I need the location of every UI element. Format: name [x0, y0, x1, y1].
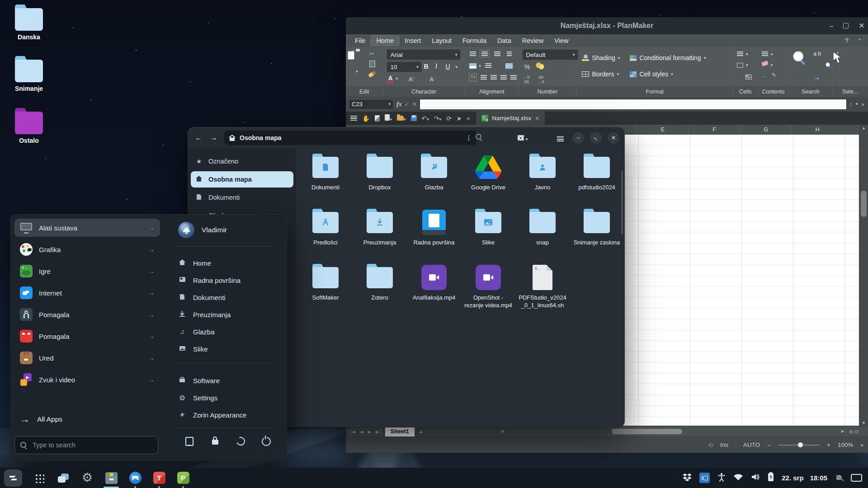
paste-button[interactable]: [352, 51, 353, 59]
textmaker-button[interactable]: T: [152, 471, 166, 485]
search-again-icon[interactable]: [826, 62, 831, 68]
number-format-select[interactable]: Default▾: [522, 49, 578, 60]
edit-content-icon[interactable]: ✎: [772, 72, 776, 78]
volume-tray-icon[interactable]: [751, 473, 760, 483]
menu-data[interactable]: Data: [492, 36, 517, 46]
file-item-softmaker[interactable]: SoftMaker: [298, 260, 353, 315]
pointer-mode-icon[interactable]: ➤: [457, 115, 462, 122]
vertical-scroll-thumb[interactable]: [861, 191, 867, 217]
sidebar-item-home[interactable]: Osobna mapa: [191, 171, 293, 188]
dropbox-tray-icon[interactable]: [683, 473, 692, 483]
sync-icon[interactable]: ⟲: [708, 441, 713, 449]
shrink-font-button[interactable]: A–: [429, 76, 436, 83]
menu-layout[interactable]: Layout: [426, 36, 457, 46]
category-games[interactable]: Igre →: [14, 262, 160, 280]
erase-icon[interactable]: [761, 61, 769, 66]
collapse-ribbon-icon[interactable]: ⌃: [858, 38, 862, 44]
path-menu-icon[interactable]: ⋮: [466, 134, 472, 141]
align-justify-icon[interactable]: [510, 75, 517, 80]
taskbar-clock[interactable]: 18:05: [810, 474, 827, 482]
category-sound-video[interactable]: Zvuk i video →: [14, 371, 160, 389]
paste-dropdown[interactable]: ▾: [356, 70, 358, 74]
app-grid-button[interactable]: [33, 471, 46, 485]
previous-sheet-icon[interactable]: ◀: [360, 429, 363, 434]
cell-size-dropdown[interactable]: ▾: [746, 74, 748, 78]
desktop-folder-ostalo[interactable]: Ostalo: [9, 107, 49, 144]
help-button[interactable]: ?: [845, 37, 849, 44]
align-center-icon[interactable]: [491, 75, 497, 80]
open-document-button[interactable]: ▾: [397, 115, 406, 122]
show-desktop-button[interactable]: [851, 474, 862, 482]
zoom-slider-knob[interactable]: [798, 442, 803, 447]
place-downloads[interactable]: Preuzimanja: [178, 307, 231, 322]
goto-content-icon[interactable]: →: [762, 72, 768, 79]
merge-format-dropdown[interactable]: ▾: [479, 64, 481, 68]
delete-cells-icon[interactable]: [737, 63, 743, 68]
horizontal-scrollbar[interactable]: ◀ ▶: [499, 428, 846, 435]
file-item-anafilaksija[interactable]: Anafilaksija.mp4: [407, 260, 461, 315]
menu-search-bar[interactable]: [14, 436, 158, 454]
vertical-scrollbar[interactable]: ▲ ▼: [859, 125, 868, 426]
merge-cells-dropdown[interactable]: ▾: [506, 64, 508, 68]
last-sheet-icon[interactable]: ▶: [376, 429, 381, 434]
font-size-select[interactable]: 10▾: [387, 61, 422, 72]
font-color-button[interactable]: A: [387, 75, 393, 83]
files-taskbar-button[interactable]: [104, 471, 118, 485]
wifi-tray-icon[interactable]: [733, 474, 743, 483]
copy-icon[interactable]: [369, 61, 375, 67]
align-middle-icon[interactable]: [481, 52, 488, 56]
file-item-dropbox[interactable]: Dropbox: [353, 150, 407, 205]
file-item-pdfstudio2024[interactable]: pdfstudio2024: [570, 150, 624, 205]
text-orientation-icon[interactable]: T1: [469, 73, 477, 81]
menu-home[interactable]: Home: [371, 36, 399, 46]
horizontal-scroll-thumb[interactable]: [612, 429, 682, 434]
desktop-folder-danska[interactable]: Danska: [9, 4, 49, 41]
grow-font-button[interactable]: A+: [408, 76, 415, 83]
cell-reference-box[interactable]: C23 ▾: [349, 99, 394, 110]
category-internet[interactable]: Internet →: [14, 284, 160, 302]
place-music[interactable]: ♫ Glazba: [178, 324, 215, 339]
files-content[interactable]: Dokumenti Dropbox Glazba: [296, 148, 624, 427]
scroll-left-icon[interactable]: ◀: [500, 429, 504, 433]
search-icon[interactable]: [472, 134, 486, 142]
settings-button[interactable]: ⚙: [80, 471, 94, 485]
scroll-down-icon[interactable]: ▼: [859, 421, 868, 425]
formula-bar-dropdown[interactable]: ▾: [856, 102, 858, 106]
scroll-up-icon[interactable]: ▲: [859, 126, 868, 130]
restart-icon[interactable]: [235, 435, 246, 446]
desktop-folder-snimanje[interactable]: Snimanje: [9, 55, 49, 92]
sidebar-item-starred[interactable]: ★ Označeno: [191, 153, 293, 169]
file-item-predlosci[interactable]: Predlošci: [298, 205, 353, 260]
file-item-slike[interactable]: Slike: [461, 205, 515, 260]
category-utilities[interactable]: Pomagala →: [14, 327, 160, 345]
column-header[interactable]: H: [791, 125, 843, 135]
lock-icon[interactable]: [209, 435, 221, 446]
file-item-google-drive[interactable]: Google Drive: [461, 150, 515, 205]
touch-mode-icon[interactable]: ✋: [362, 115, 370, 122]
file-item-preuzimanja[interactable]: Preuzimanja: [353, 205, 407, 260]
main-menu-icon[interactable]: [553, 135, 567, 143]
accessibility-tray-icon[interactable]: [717, 473, 726, 483]
align-top-icon[interactable]: [470, 52, 476, 56]
replace-button[interactable]: a b: [813, 51, 821, 57]
place-documents[interactable]: Dokumenti: [178, 290, 226, 305]
sheet-tab-active[interactable]: Sheet1: [385, 426, 415, 437]
planmaker-titlebar[interactable]: Namještaj.xlsx - PlanMaker – ✕: [346, 17, 868, 34]
file-item-pdfstudio-script[interactable]: $_ PDFStudio_v2024_0_1_linux64.sh: [515, 260, 570, 315]
refresh-icon[interactable]: ⟳: [446, 115, 452, 122]
undo-button[interactable]: ↶▾: [422, 115, 429, 122]
shortcut-settings[interactable]: ⚙ Settings: [178, 390, 217, 405]
category-graphics[interactable]: Grafika →: [14, 240, 160, 258]
all-apps-button[interactable]: → All Apps: [20, 413, 62, 425]
column-header[interactable]: E: [637, 125, 689, 135]
column-header[interactable]: G: [740, 125, 792, 135]
fit-height-icon[interactable]: ↕: [849, 101, 852, 108]
close-button[interactable]: ✕: [859, 22, 864, 30]
print-preview-icon[interactable]: [375, 115, 380, 122]
remove-decimal-icon[interactable]: ←0.00: [523, 75, 529, 84]
view-toggle-button[interactable]: ▾: [513, 134, 533, 142]
maximize-button[interactable]: [843, 23, 849, 28]
statusbar-overflow-icon[interactable]: »: [860, 442, 863, 448]
category-accessories[interactable]: Pomagala →: [14, 305, 160, 324]
forward-button[interactable]: →: [206, 134, 222, 142]
